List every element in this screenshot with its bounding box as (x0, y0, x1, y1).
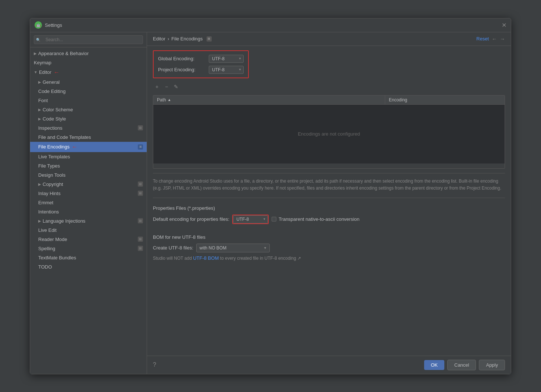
sidebar-item-live-templates[interactable]: Live Templates (30, 152, 147, 161)
encoding-info-text: To change encoding Android Studio uses f… (153, 173, 505, 192)
footer: ? OK Cancel Apply (147, 356, 511, 374)
window-title: Settings (45, 22, 62, 28)
help-button[interactable]: ? (153, 362, 156, 368)
sidebar-item-file-encodings[interactable]: File Encodings ← ⊞ (30, 142, 147, 152)
breadcrumb-part2: File Encodings (171, 36, 203, 42)
sidebar-item-intentions[interactable]: Intentions (30, 207, 147, 216)
properties-encoding-select[interactable]: UTF-8 UTF-16 ISO-8859-1 (233, 215, 268, 223)
header-actions: Reset ← → (476, 36, 505, 42)
sidebar-item-appearance[interactable]: ▶ Appearance & Behavior (30, 49, 147, 58)
sidebar: ▶ Appearance & Behavior Keymap ▼ Editor … (30, 32, 147, 374)
global-encoding-select[interactable]: UTF-8 UTF-16 ISO-8859-1 (209, 55, 244, 63)
sidebar-item-keymap[interactable]: Keymap (30, 58, 147, 67)
edit-path-button[interactable]: ✎ (172, 83, 180, 91)
properties-encoding-row: Default encoding for properties files: U… (153, 215, 505, 224)
sidebar-item-label: Spelling (38, 246, 55, 251)
chevron-right-icon: ▶ (38, 182, 41, 186)
sidebar-item-code-editing[interactable]: Code Editing (30, 87, 147, 96)
badge-icon (138, 237, 143, 242)
settings-window: 🤖 Settings ✕ ▶ Appearance & Behavior (30, 18, 511, 374)
sidebar-item-label: Inlay Hints (38, 191, 61, 196)
add-path-button[interactable]: + (153, 83, 161, 91)
sidebar-item-label: Inspections (38, 125, 62, 131)
sidebar-item-spelling[interactable]: Spelling (30, 244, 147, 253)
properties-section: Properties Files (*.properties) Default … (153, 205, 505, 227)
red-arrow-icon: ← (54, 69, 60, 76)
red-arrow-icon2: ← (72, 144, 78, 150)
table-header: Path ▲ Encoding (153, 96, 505, 105)
chevron-right-icon: ▶ (34, 51, 37, 55)
sidebar-item-label: Appearance & Behavior (38, 51, 89, 56)
project-encoding-select-wrap: UTF-8 UTF-16 ISO-8859-1 (209, 66, 244, 74)
sidebar-item-label: Intentions (38, 209, 59, 215)
sidebar-item-file-types[interactable]: File Types (30, 161, 147, 170)
sidebar-item-label: Font (38, 98, 48, 103)
badge-icon (138, 181, 143, 187)
sidebar-item-label: Copyright (43, 181, 63, 187)
sidebar-item-label: Emmet (38, 200, 53, 205)
encoding-column-header: Encoding (385, 96, 505, 104)
ok-button[interactable]: OK (424, 360, 444, 370)
sidebar-item-live-edit[interactable]: Live Edit (30, 226, 147, 235)
sidebar-item-reader-mode[interactable]: Reader Mode (30, 235, 147, 244)
badge-icon (138, 246, 143, 251)
badge-icon (138, 191, 143, 196)
sidebar-item-label: General (43, 79, 60, 85)
sidebar-item-label: Reader Mode (38, 237, 67, 242)
sidebar-item-label: Color Scheme (43, 107, 73, 112)
bom-section-title: BOM for new UTF-8 files (153, 234, 505, 240)
chevron-right-icon: ▶ (38, 80, 41, 84)
sidebar-item-label: TextMate Bundles (38, 255, 76, 260)
reset-button[interactable]: Reset (476, 36, 489, 42)
transparent-checkbox[interactable] (272, 217, 276, 222)
nav-forward-button[interactable]: → (500, 36, 505, 42)
sidebar-item-code-style[interactable]: ▶ Code Style (30, 114, 147, 123)
bom-note: Studio will NOT add UTF-8 BOM to every c… (153, 255, 505, 261)
chevron-right-icon: ▶ (38, 108, 41, 112)
main-panel: Editor › File Encodings ⊞ Reset ← → Glob… (147, 32, 511, 374)
breadcrumb: Editor › File Encodings ⊞ (153, 36, 212, 42)
badge-icon: ⊞ (138, 144, 143, 150)
sidebar-item-font[interactable]: Font (30, 96, 147, 105)
bom-select-wrap: with NO BOM with BOM (196, 244, 270, 252)
search-box (30, 32, 147, 47)
project-encoding-row: Project Encoding: UTF-8 UTF-16 ISO-8859-… (158, 66, 244, 74)
sidebar-item-label: Design Tools (38, 172, 65, 178)
sidebar-item-label: File Types (38, 163, 60, 169)
sidebar-item-label: Code Style (43, 116, 66, 122)
table-body: Encodings are not configured (153, 105, 505, 163)
sidebar-item-label: Language Injections (43, 218, 85, 224)
bom-create-select[interactable]: with NO BOM with BOM (196, 244, 270, 252)
apply-button[interactable]: Apply (479, 360, 505, 370)
cancel-button[interactable]: Cancel (447, 360, 476, 370)
project-encoding-select[interactable]: UTF-8 UTF-16 ISO-8859-1 (209, 66, 244, 74)
close-button[interactable]: ✕ (502, 22, 506, 29)
properties-section-title: Properties Files (*.properties) (153, 205, 505, 211)
sidebar-item-file-code-templates[interactable]: File and Code Templates (30, 133, 147, 142)
path-column-header: Path ▲ (153, 96, 385, 104)
bom-note-link[interactable]: UTF-8 BOM (193, 255, 219, 261)
sidebar-item-label: Live Templates (38, 154, 70, 159)
remove-path-button[interactable]: − (162, 83, 171, 91)
sidebar-item-label: Live Edit (38, 227, 57, 233)
sidebar-item-general[interactable]: ▶ General (30, 78, 147, 87)
sidebar-item-copyright[interactable]: ▶ Copyright (30, 180, 147, 189)
main-body: Global Encoding: UTF-8 UTF-16 ISO-8859-1… (147, 46, 511, 356)
nav-back-button[interactable]: ← (492, 36, 497, 42)
sidebar-item-editor[interactable]: ▼ Editor ← (30, 67, 147, 78)
sidebar-item-color-scheme[interactable]: ▶ Color Scheme (30, 105, 147, 114)
sidebar-item-label: TODO (38, 264, 52, 270)
global-encoding-select-wrap: UTF-8 UTF-16 ISO-8859-1 (209, 55, 244, 63)
sidebar-item-inspections[interactable]: Inspections (30, 123, 147, 133)
sidebar-item-label: Editor (39, 69, 51, 75)
chevron-down-icon: ▼ (34, 70, 37, 74)
search-input[interactable] (34, 35, 143, 44)
sidebar-item-inlay-hints[interactable]: Inlay Hints (30, 189, 147, 198)
sidebar-item-todo[interactable]: TODO (30, 262, 147, 271)
bom-row: Create UTF-8 files: with NO BOM with BOM (153, 244, 505, 252)
sidebar-item-language-injections[interactable]: ▶ Language Injections (30, 216, 147, 226)
sidebar-item-textmate-bundles[interactable]: TextMate Bundles (30, 253, 147, 262)
sidebar-item-design-tools[interactable]: Design Tools (30, 170, 147, 180)
main-content: ▶ Appearance & Behavior Keymap ▼ Editor … (30, 32, 511, 374)
sidebar-item-emmet[interactable]: Emmet (30, 198, 147, 207)
